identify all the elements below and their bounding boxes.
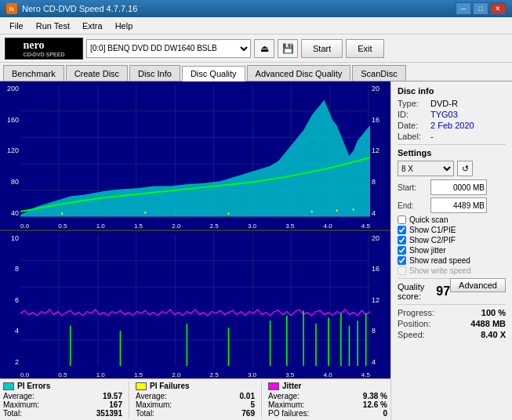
- top-chart-svg: [20, 85, 370, 217]
- read-speed-label: Show read speed: [409, 256, 470, 265]
- maximize-button[interactable]: □: [473, 2, 488, 15]
- start-label: Start:: [398, 183, 430, 192]
- y-top-right-4: 8: [372, 178, 376, 186]
- pi-errors-total-value: 351391: [96, 409, 122, 418]
- exit-button[interactable]: Exit: [346, 39, 383, 58]
- y-bot-right-2: 16: [372, 265, 379, 273]
- disc-label-label: Label:: [398, 132, 430, 141]
- y-bot-left-4: 4: [15, 327, 19, 335]
- disc-id-label: ID:: [398, 110, 430, 119]
- y-top-left-2: 160: [7, 116, 19, 124]
- write-speed-row: Show write speed: [398, 266, 506, 275]
- start-input[interactable]: [430, 179, 487, 195]
- menu-run-test[interactable]: Run Test: [30, 20, 76, 32]
- tab-advanced-disc-quality[interactable]: Advanced Disc Quality: [247, 65, 351, 81]
- disc-date-value: 2 Feb 2020: [430, 121, 474, 130]
- menu-extra[interactable]: Extra: [76, 20, 109, 32]
- svg-point-18: [336, 209, 337, 212]
- position-row: Position: 4488 MB: [398, 319, 506, 328]
- svg-point-16: [227, 212, 229, 215]
- quality-score-row: Quality score: 97: [398, 282, 450, 301]
- tab-scan-disc[interactable]: ScanDisc: [352, 65, 405, 81]
- disc-label-row: Label: -: [398, 132, 506, 141]
- main-content: 200 160 120 80 40 20 16 12 8 4: [0, 81, 512, 420]
- end-label: End:: [398, 201, 430, 210]
- disc-info-title: Disc info: [398, 86, 506, 96]
- speed-row: Speed: 8.40 X: [398, 330, 506, 339]
- drive-selector[interactable]: [0:0] BENQ DVD DD DW1640 BSLB: [86, 39, 251, 58]
- pi-failures-avg-value: 0.01: [240, 392, 255, 400]
- y-bot-right-1: 20: [372, 234, 379, 242]
- disc-date-label: Date:: [398, 121, 430, 130]
- menu-file[interactable]: File: [3, 20, 30, 32]
- tab-create-disc[interactable]: Create Disc: [66, 65, 128, 81]
- y-top-right-3: 12: [372, 147, 379, 154]
- eject-icon[interactable]: ⏏: [254, 39, 274, 58]
- y-bot-left-2: 8: [15, 265, 19, 273]
- y-bot-left-3: 6: [15, 296, 19, 304]
- legend-area: PI Errors Average: 19.57 Maximum: 167 To…: [0, 378, 390, 420]
- advanced-button[interactable]: Advanced: [450, 278, 506, 292]
- y-bot-left-5: 2: [15, 358, 19, 366]
- end-field-row: End:: [398, 197, 506, 213]
- y-bot-right-4: 8: [372, 327, 376, 335]
- pi-failures-avg-label: Average:: [136, 392, 167, 400]
- tab-benchmark[interactable]: Benchmark: [3, 65, 64, 81]
- disc-type-value: DVD-R: [430, 99, 458, 108]
- quality-score-label: Quality score:: [398, 282, 436, 301]
- end-input[interactable]: [430, 197, 487, 213]
- quick-scan-row: Quick scan: [398, 215, 506, 224]
- c2-pif-checkbox[interactable]: [398, 236, 406, 244]
- jitter-checkbox[interactable]: [398, 246, 406, 255]
- write-speed-label: Show write speed: [409, 266, 471, 275]
- pi-errors-avg-value: 19.57: [103, 392, 122, 400]
- y-top-left-3: 120: [7, 147, 19, 154]
- jitter-legend: Jitter Average: 9.38 % Maximum: 12.6 % P…: [268, 382, 387, 418]
- y-top-right-2: 16: [372, 116, 379, 124]
- pi-failures-legend: PI Failures Average: 0.01 Maximum: 5 Tot…: [136, 382, 255, 418]
- minimize-button[interactable]: ─: [456, 2, 471, 15]
- disc-id-value: TYG03: [430, 110, 458, 119]
- start-field-row: Start:: [398, 179, 506, 195]
- pi-failures-color: [136, 382, 147, 390]
- close-button[interactable]: ✕: [490, 2, 506, 15]
- jitter-max-label: Maximum:: [268, 400, 304, 409]
- jitter-max-value: 12.6 %: [363, 400, 387, 409]
- position-value: 4488 MB: [470, 319, 506, 328]
- chart-container: 200 160 120 80 40 20 16 12 8 4: [0, 81, 390, 420]
- pi-errors-total-label: Total:: [3, 409, 22, 418]
- y-bot-left-1: 10: [11, 234, 19, 242]
- speed-label: Speed:: [398, 330, 425, 339]
- menu-bar: File Run Test Extra Help: [0, 17, 512, 34]
- tab-disc-quality[interactable]: Disc Quality: [182, 66, 245, 81]
- bottom-chart: 10 8 6 4 2 20 16 12 8 4: [0, 231, 390, 379]
- jitter-color: [268, 382, 279, 390]
- start-button[interactable]: Start: [301, 39, 343, 58]
- pi-errors-avg-label: Average:: [3, 392, 34, 400]
- read-speed-checkbox[interactable]: [398, 256, 406, 265]
- save-icon[interactable]: 💾: [278, 39, 298, 58]
- menu-help[interactable]: Help: [109, 20, 140, 32]
- y-top-left-4: 80: [11, 178, 19, 186]
- write-speed-checkbox[interactable]: [398, 266, 406, 275]
- app-logo: nero CD•DVD SPEED: [5, 38, 83, 60]
- pi-failures-max-value: 5: [250, 400, 255, 409]
- pi-errors-color: [3, 382, 14, 390]
- title-bar: N Nero CD-DVD Speed 4.7.7.16 ─ □ ✕: [0, 0, 512, 17]
- c1-pie-checkbox[interactable]: [398, 226, 406, 234]
- position-label: Position:: [398, 319, 430, 328]
- disc-label-value: -: [430, 132, 434, 141]
- jitter-po-value: 0: [383, 409, 387, 418]
- jitter-label: Jitter: [282, 382, 301, 390]
- right-panel: Disc info Type: DVD-R ID: TYG03 Date: 2 …: [390, 81, 512, 420]
- speed-select[interactable]: 8 X: [398, 161, 454, 176]
- settings-refresh-icon[interactable]: ↺: [457, 161, 473, 176]
- quick-scan-checkbox[interactable]: [398, 215, 406, 224]
- bottom-chart-svg: [20, 234, 370, 367]
- y-top-right-5: 4: [372, 209, 376, 217]
- disc-id-row: ID: TYG03: [398, 110, 506, 119]
- quality-score-value: 97: [436, 284, 450, 299]
- tab-disc-info[interactable]: Disc Info: [129, 65, 180, 81]
- pi-errors-label: PI Errors: [17, 382, 50, 390]
- y-top-right-1: 20: [372, 85, 379, 92]
